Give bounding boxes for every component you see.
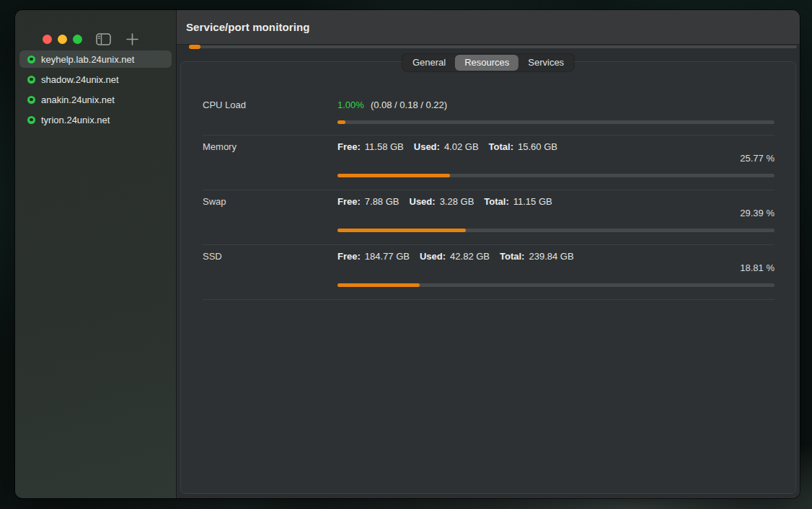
add-server-button[interactable]	[120, 27, 144, 50]
ssd-bar-fill	[337, 283, 420, 287]
tab-services[interactable]: Services	[518, 55, 573, 71]
used-value: 42.82 GB	[450, 251, 490, 262]
free-value: 184.77 GB	[365, 251, 410, 262]
memory-values: Free:11.58 GBUsed:4.02 GBTotal:15.60 GB	[337, 141, 557, 152]
used-value: 3.28 GB	[440, 196, 475, 207]
swap-values: Free:7.88 GBUsed:3.28 GBTotal:11.15 GB	[337, 196, 552, 207]
cpu-load-row: CPU Load 1.00%(0.08 / 0.18 / 0.22)	[203, 62, 775, 135]
main-panel: Service/port monitoring General Resource…	[177, 10, 800, 498]
ssd-percent: 18.81 %	[740, 262, 775, 273]
swap-label: Swap	[203, 196, 226, 207]
used-label: Used:	[414, 141, 440, 152]
free-label: Free:	[337, 141, 361, 152]
free-label: Free:	[337, 251, 361, 262]
close-button[interactable]	[43, 35, 52, 44]
memory-bar	[337, 174, 775, 177]
total-value: 239.84 GB	[529, 251, 573, 262]
server-item-keyhelp[interactable]: keyhelp.lab.24unix.net	[19, 50, 172, 68]
total-label: Total:	[489, 141, 513, 152]
content-area: General Resources Services CPU Load 1.00…	[177, 45, 800, 498]
ssd-values: Free:184.77 GBUsed:42.82 GBTotal:239.84 …	[337, 251, 574, 262]
cpu-load-label: CPU Load	[203, 99, 246, 110]
title-bar: Service/port monitoring	[177, 10, 800, 45]
app-window: keyhelp.lab.24unix.net shadow.24unix.net…	[15, 10, 800, 498]
server-label: shadow.24unix.net	[41, 74, 119, 85]
tab-bar: General Resources Services	[402, 54, 574, 71]
used-label: Used:	[410, 196, 436, 207]
server-item-tyrion[interactable]: tyrion.24unix.net	[19, 111, 172, 128]
memory-label: Memory	[203, 141, 237, 152]
total-label: Total:	[500, 251, 524, 262]
swap-row: Swap Free:7.88 GBUsed:3.28 GBTotal:11.15…	[203, 190, 775, 244]
server-label: tyrion.24unix.net	[41, 115, 110, 125]
minimize-button[interactable]	[58, 35, 67, 44]
status-online-icon	[27, 56, 35, 63]
cpu-load-bar	[337, 120, 775, 124]
total-label: Total:	[484, 196, 508, 207]
server-item-shadow[interactable]: shadow.24unix.net	[19, 71, 172, 88]
server-label: keyhelp.lab.24unix.net	[41, 54, 134, 65]
server-label: anakin.24unix.net	[41, 94, 115, 105]
toggle-sidebar-button[interactable]	[92, 27, 115, 50]
refresh-countdown-fill	[189, 45, 200, 49]
memory-bar-fill	[337, 174, 450, 177]
swap-bar	[337, 229, 775, 232]
resources-panel: CPU Load 1.00%(0.08 / 0.18 / 0.22) Memor…	[180, 61, 796, 494]
tab-resources[interactable]: Resources	[455, 55, 518, 71]
plus-icon	[126, 33, 138, 45]
total-value: 15.60 GB	[518, 141, 557, 152]
total-value: 11.15 GB	[513, 196, 552, 207]
ssd-label: SSD	[203, 251, 222, 262]
free-label: Free:	[337, 196, 361, 207]
swap-percent: 29.39 %	[740, 208, 775, 218]
ssd-row: SSD Free:184.77 GBUsed:42.82 GBTotal:239…	[203, 245, 775, 299]
status-online-icon	[27, 96, 35, 104]
ssd-bar	[337, 283, 775, 287]
used-value: 4.02 GB	[444, 141, 479, 152]
memory-row: Memory Free:11.58 GBUsed:4.02 GBTotal:15…	[203, 136, 775, 190]
swap-bar-fill	[337, 229, 466, 232]
status-online-icon	[27, 76, 35, 84]
sidebar: keyhelp.lab.24unix.net shadow.24unix.net…	[15, 10, 177, 498]
window-controls	[43, 35, 82, 44]
free-value: 7.88 GB	[365, 196, 400, 207]
tab-general[interactable]: General	[403, 55, 455, 71]
cpu-load-percent: 1.00%	[337, 99, 364, 110]
cpu-load-bar-fill	[337, 120, 345, 124]
server-list: keyhelp.lab.24unix.net shadow.24unix.net…	[15, 50, 176, 128]
sidebar-titlebar	[15, 10, 176, 48]
free-value: 11.58 GB	[365, 141, 404, 152]
status-online-icon	[27, 116, 35, 124]
cpu-load-averages: (0.08 / 0.18 / 0.22)	[371, 99, 447, 110]
sidebar-toggle-icon	[96, 33, 111, 45]
row-divider	[203, 299, 775, 300]
server-item-anakin[interactable]: anakin.24unix.net	[19, 91, 172, 108]
refresh-countdown-bar	[189, 45, 797, 48]
used-label: Used:	[420, 251, 446, 262]
zoom-button[interactable]	[73, 35, 82, 44]
memory-percent: 25.77 %	[740, 153, 775, 164]
cpu-load-values: 1.00%(0.08 / 0.18 / 0.22)	[337, 99, 447, 110]
window-title: Service/port monitoring	[186, 21, 310, 33]
